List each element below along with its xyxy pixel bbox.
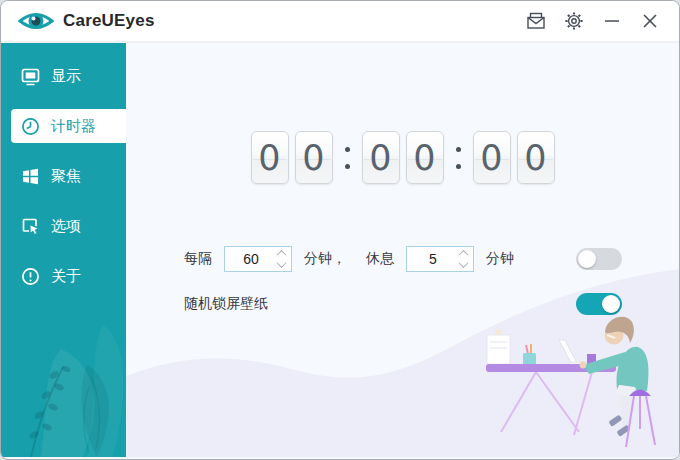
mail-icon[interactable]	[521, 6, 551, 36]
sidebar-item-label: 关于	[51, 267, 81, 286]
sidebar-item-label: 聚焦	[51, 167, 81, 186]
rest-suffix-label: 分钟	[486, 250, 514, 268]
clock-colon	[345, 147, 350, 169]
minutes-pair: 0 0	[362, 131, 444, 184]
spinner-down-icon[interactable]	[276, 258, 286, 268]
digit-card: 0	[295, 131, 333, 184]
sidebar-leaf-decoration	[1, 307, 126, 457]
digit-card: 0	[362, 131, 400, 184]
interval-spinner-arrows[interactable]	[271, 247, 291, 271]
minimize-icon[interactable]	[597, 6, 627, 36]
interval-suffix-label: 分钟，	[304, 250, 346, 268]
interval-minutes-spinner[interactable]: 60	[224, 246, 292, 272]
interval-minutes-value[interactable]: 60	[225, 251, 271, 267]
rest-spinner-arrows[interactable]	[453, 247, 473, 271]
app-title: CareUEyes	[63, 11, 155, 31]
seconds-pair: 0 0	[473, 131, 555, 184]
sidebar: 显示 计时器	[1, 43, 126, 457]
close-icon[interactable]	[635, 6, 665, 36]
careueyes-eye-logo-icon	[17, 7, 55, 35]
flip-clock: 0 0 0 0 0 0	[126, 131, 679, 184]
sidebar-item-timer[interactable]: 计时器	[11, 109, 126, 143]
sidebar-item-label: 计时器	[51, 117, 96, 136]
timer-icon	[21, 117, 40, 136]
rest-prefix-label: 休息	[366, 250, 394, 268]
sidebar-item-display[interactable]: 显示	[1, 59, 126, 93]
digit-card: 0	[406, 131, 444, 184]
digit-card: 0	[251, 131, 289, 184]
app-window: CareUEyes	[0, 0, 680, 460]
main-panel: 0 0 0 0 0 0 每隔 60	[126, 43, 679, 457]
options-icon	[21, 217, 40, 236]
interval-settings-row: 每隔 60 分钟， 休息 5	[184, 246, 622, 272]
rest-minutes-value[interactable]: 5	[407, 251, 453, 267]
sidebar-item-label: 选项	[51, 217, 81, 236]
display-icon	[21, 67, 40, 86]
spinner-down-icon[interactable]	[458, 258, 468, 268]
titlebar: CareUEyes	[1, 1, 679, 43]
digit-card: 0	[473, 131, 511, 184]
rest-minutes-spinner[interactable]: 5	[406, 246, 474, 272]
settings-gear-icon[interactable]	[559, 6, 589, 36]
wallpaper-label: 随机锁屏壁纸	[184, 295, 268, 313]
toggle-knob	[578, 250, 596, 268]
hours-pair: 0 0	[251, 131, 333, 184]
focus-icon	[21, 167, 40, 186]
break-reminder-toggle[interactable]	[576, 248, 622, 270]
digit-card: 0	[517, 131, 555, 184]
person-at-desk-illustration	[479, 307, 679, 457]
sidebar-item-focus[interactable]: 聚焦	[1, 159, 126, 193]
sidebar-item-options[interactable]: 选项	[1, 209, 126, 243]
clock-colon	[456, 147, 461, 169]
sidebar-item-label: 显示	[51, 67, 81, 86]
interval-prefix-label: 每隔	[184, 250, 212, 268]
about-icon	[21, 267, 40, 286]
sidebar-item-about[interactable]: 关于	[1, 259, 126, 293]
